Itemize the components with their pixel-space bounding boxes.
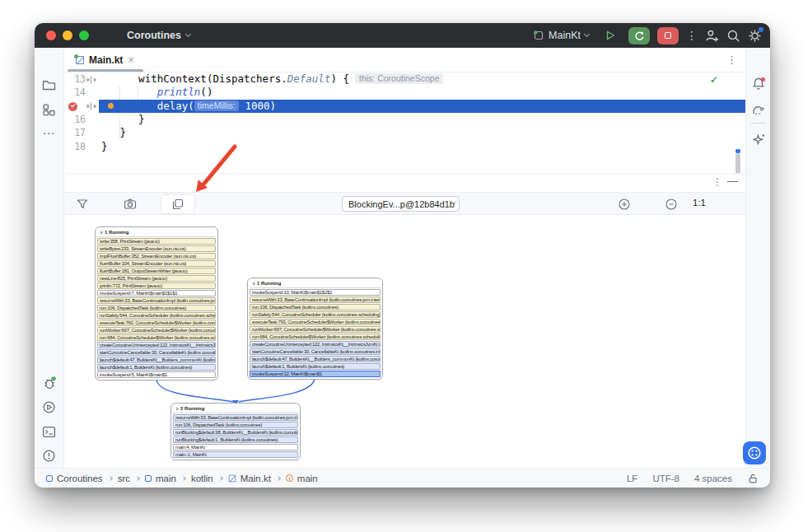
unlocked-icon[interactable] (747, 473, 759, 484)
title-bar: Coroutines MainKt (35, 23, 770, 48)
notifications-button[interactable] (749, 74, 768, 94)
stack-frame-row[interactable]: resumeWith:33, BaseContinuationImpl (kot… (173, 414, 298, 421)
breakpoint-icon[interactable] (68, 102, 77, 111)
breadcrumb-item-kotlin[interactable]: kotlin (191, 474, 213, 483)
more-tool-windows-button[interactable]: ⋯ (40, 124, 59, 143)
run-tool-button[interactable] (40, 397, 59, 417)
coroutine-graph-canvas[interactable]: 1 Runningwrite:358, PrintStream (java.io… (64, 215, 745, 468)
stack-frame-row[interactable]: main:4, MainKt (173, 444, 298, 450)
stack-frame-row[interactable]: runSafely:544, CoroutineScheduler (kotli… (250, 311, 380, 318)
stack-frame-row[interactable]: launch$default:1, BuildersKt (kotlinx.co… (250, 363, 380, 370)
stop-button[interactable] (657, 27, 679, 44)
tab-label: Main.kt (89, 54, 123, 66)
stack-frame-row[interactable]: invokeSuspend:7, MainKt$main$1$1$1 (97, 290, 216, 296)
stack-frame-row[interactable]: invokeSuspend:5, MainKt$main$1 (97, 371, 216, 378)
stack-frame-row[interactable]: runSafely:544, CoroutineScheduler (kotli… (97, 312, 216, 319)
breadcrumb-item-main-kt[interactable]: Main.kt (228, 474, 271, 483)
stack-frame-row[interactable]: launch$default:1, BuildersKt (kotlinx.co… (97, 364, 216, 371)
stack-frame-row[interactable]: run:106, DispatchedTask (kotlinx.corouti… (97, 305, 216, 311)
stack-frame-row[interactable]: writeBytes:233, StreamEncoder (sun.nio.c… (97, 245, 216, 252)
stack-frame-row[interactable]: startCoroutineCancellable:30, Cancellabl… (97, 349, 216, 356)
capture-snapshot-button[interactable] (121, 195, 139, 213)
breadcrumb-item-coroutines[interactable]: Coroutines (46, 474, 103, 483)
line-ending-indicator[interactable]: LF (627, 474, 637, 483)
rerun-debug-button[interactable] (628, 27, 650, 44)
stack-frame-row[interactable]: createCoroutineUnintercepted:122, Intrin… (250, 341, 380, 348)
close-tab-icon[interactable]: × (128, 54, 134, 65)
stack-frame-row[interactable]: write:358, PrintStream (java.io) (97, 238, 216, 245)
function-icon (286, 474, 293, 482)
tab-options-button[interactable]: ⋮ (726, 54, 737, 66)
stack-frame-row[interactable]: createCoroutineUnintercepted:122, Intrin… (97, 342, 216, 348)
coroutine-node[interactable]: 1 RunninginvokeSuspend:10, MainKt$main$1… (247, 278, 383, 380)
gradle-icon (751, 102, 766, 117)
chevron-down-icon (185, 31, 191, 37)
stack-frame-row[interactable]: invokeSuspend:10, MainKt$main$1$2$1 (250, 289, 380, 296)
more-actions-button[interactable]: ⋮ (686, 30, 698, 41)
editor-area: Main.kt × ⋮ 13 withContext(Dispatchers.D… (64, 48, 745, 468)
ellipsis-icon: ⋯ (43, 126, 56, 141)
copy-graph-button[interactable] (161, 195, 194, 213)
panel-hide-button[interactable]: — (727, 175, 738, 187)
stack-frame-row[interactable]: implFlushBuffer:352, StreamEncoder (sun.… (97, 253, 216, 259)
code-segment: Default (287, 72, 331, 85)
project-menu[interactable]: Coroutines (127, 30, 190, 41)
project-tool-button[interactable] (40, 75, 59, 95)
stack-frame-row[interactable]: executeTask:793, CoroutineScheduler$Work… (250, 319, 380, 325)
zoom-reset-button[interactable]: 1:1 (693, 198, 706, 208)
coroutine-node[interactable]: 2 RunningresumeWith:33, BaseContinuation… (170, 403, 301, 460)
stack-frame-row[interactable]: main:-1, MainKt (173, 451, 298, 458)
floating-assistant-button[interactable] (743, 441, 766, 464)
close-window-button[interactable] (46, 30, 56, 40)
stack-frame-row[interactable]: executeTask:760, CoroutineScheduler$Work… (97, 320, 216, 326)
stack-frame-row[interactable]: run:684, CoroutineScheduler$Worker (kotl… (97, 334, 216, 341)
filter-button[interactable] (73, 195, 91, 213)
coroutine-node[interactable]: 1 Runningwrite:358, PrintStream (java.io… (95, 226, 218, 380)
indent-indicator[interactable]: 4 spaces (694, 474, 732, 483)
settings-button[interactable] (748, 29, 762, 43)
stack-frame-row[interactable]: runWorker:697, CoroutineScheduler$Worker… (250, 326, 380, 333)
problems-tool-button[interactable] (40, 446, 59, 465)
structure-tool-button[interactable] (40, 100, 59, 119)
breadcrumb-item-main[interactable]: main (145, 474, 176, 483)
tab-main-kt[interactable]: Main.kt × (68, 48, 142, 72)
gradle-tool-button[interactable] (749, 100, 768, 119)
coroutine-graph-toolbar: BlockingEv...p@12b84d1b 1:1 (64, 192, 745, 215)
stack-frame-row[interactable]: flushBuffer:104, StreamEncoder (sun.nio.… (97, 260, 216, 267)
code-line: println() (157, 86, 213, 99)
dispatcher-selector[interactable]: BlockingEv...p@12b84d1b (342, 196, 460, 212)
stack-frame-row[interactable]: runWorker:697, CoroutineScheduler$Worker… (97, 327, 216, 334)
code-with-me-icon[interactable] (705, 29, 719, 43)
code-segment: } (138, 113, 145, 125)
run-button[interactable] (600, 27, 621, 44)
left-tool-stripe: ⋯ (35, 48, 64, 468)
stack-frame-row[interactable]: resumeWith:33, BaseContinuationImpl (kot… (97, 297, 216, 304)
encoding-indicator[interactable]: UTF-8 (652, 474, 679, 483)
stack-frame-row[interactable]: launch$default:47, BuildersKt__Builders_… (250, 356, 380, 362)
minimize-window-button[interactable] (63, 30, 72, 40)
stack-frame-row[interactable]: flushBuffer:181, OutputStreamWriter (jav… (97, 268, 216, 274)
panel-options-button[interactable]: ⋮ (712, 176, 722, 188)
terminal-tool-button[interactable] (40, 422, 59, 441)
stack-frame-row[interactable]: resumeWith:33, BaseContinuationImpl (kot… (250, 296, 380, 303)
breadcrumb-item-src[interactable]: src (118, 474, 130, 483)
stack-frame-row[interactable]: run:684, CoroutineScheduler$Worker (kotl… (250, 334, 380, 340)
stack-frame-row[interactable]: runBlocking$default:38, BuildersKt__Buil… (173, 429, 298, 436)
stack-frame-row[interactable]: newLine:825, PrintStream (java.io) (97, 275, 216, 282)
debug-panel-header: ⋮ — (64, 173, 745, 192)
stack-frame-row[interactable]: println:772, PrintStream (java.io) (97, 282, 216, 289)
zoom-window-button[interactable] (79, 30, 89, 40)
zoom-in-button[interactable] (615, 195, 633, 213)
stack-frame-row[interactable]: runBlocking$default:1, BuildersKt (kotli… (173, 436, 298, 443)
run-configuration-selector[interactable]: MainKt (533, 30, 589, 41)
breadcrumb-item-main[interactable]: main (286, 474, 318, 483)
ai-assistant-button[interactable] (749, 130, 768, 150)
stack-frame-row[interactable]: run:106, DispatchedTask (kotlinx.corouti… (250, 304, 380, 310)
stack-frame-row[interactable]: launch$default:47, BuildersKt__Builders_… (97, 357, 216, 363)
zoom-out-button[interactable] (662, 195, 680, 213)
stack-frame-row[interactable]: startCoroutineCancellable:30, Cancellabl… (250, 348, 380, 355)
stack-frame-row[interactable]: run:106, DispatchedTask (kotlinx.corouti… (173, 422, 298, 428)
search-icon[interactable] (726, 29, 740, 43)
stack-frame-row[interactable]: invokeSuspend:12, MainKt$main$1 (250, 371, 380, 377)
debug-tool-button[interactable] (40, 373, 59, 393)
